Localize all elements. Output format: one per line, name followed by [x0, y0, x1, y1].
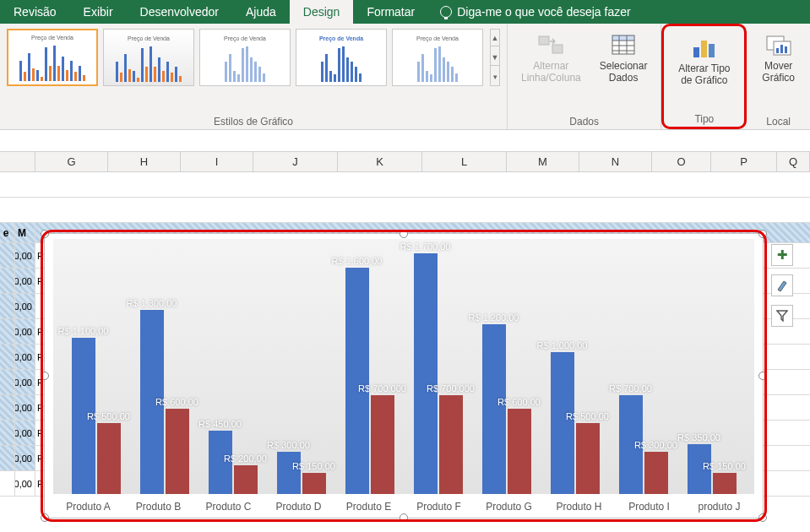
tab-exibir[interactable]: Exibir: [70, 0, 127, 24]
chart-style-3[interactable]: Preço de Venda: [199, 29, 291, 86]
col-header[interactable]: J: [253, 152, 338, 171]
bar-series2[interactable]: R$ 700,000: [371, 395, 394, 494]
bar-series1[interactable]: R$ 1.000,00: [551, 352, 574, 494]
tab-ajuda[interactable]: Ajuda: [232, 0, 290, 24]
col-header[interactable]: H: [108, 152, 181, 171]
column-headers: G H I J K L M N O P Q: [0, 152, 810, 172]
x-tick-label: Produto F: [404, 501, 474, 513]
x-tick-label: Produto C: [193, 501, 264, 513]
bar-series2[interactable]: R$ 150,00: [302, 473, 326, 494]
select-data-button[interactable]: Selecionar Dados: [593, 29, 655, 87]
bar-series2[interactable]: R$ 500,00: [576, 423, 600, 494]
col-header[interactable]: [0, 152, 35, 171]
tab-design[interactable]: Design: [290, 0, 354, 24]
worksheet[interactable]: e M 0,00R$0,00R$0,000,00R$0,00R$0,00R$0,…: [0, 172, 810, 532]
bar-series2[interactable]: R$ 700,000: [439, 395, 463, 494]
svg-rect-1: [552, 45, 563, 53]
select-data-icon: [609, 32, 638, 57]
col-header[interactable]: N: [579, 152, 652, 171]
formula-bar[interactable]: [0, 130, 810, 152]
bar-series1[interactable]: R$ 300,00: [277, 452, 301, 494]
ribbon: Preço de Venda Preço de Venda: [0, 24, 810, 130]
chart-style-1[interactable]: Preço de Venda: [7, 29, 98, 86]
svg-rect-16: [785, 46, 787, 53]
chart-filter-button[interactable]: [771, 305, 793, 327]
chart-styles-button[interactable]: [771, 274, 793, 296]
x-tick-label: Produto A: [53, 501, 123, 513]
svg-rect-9: [693, 47, 699, 57]
style-gallery-scroll[interactable]: ▲▼▾: [490, 29, 500, 86]
chart-style-2[interactable]: Preço de Venda: [103, 29, 194, 86]
col-header[interactable]: Q: [777, 152, 810, 171]
change-chart-type-button[interactable]: Alterar Tipo de Gráfico: [671, 31, 737, 90]
ribbon-tabs: Revisão Exibir Desenvolvedor Ajuda Desig…: [0, 0, 810, 24]
chart-style-4[interactable]: Preço de Venda: [296, 29, 387, 86]
plot-area[interactable]: R$ 1.100,00R$ 500,00R$ 1.300,00R$ 600,00…: [53, 239, 754, 494]
svg-rect-0: [539, 36, 549, 45]
bar-series2[interactable]: R$ 500,00: [97, 423, 121, 494]
svg-rect-11: [709, 44, 715, 57]
svg-rect-14: [776, 48, 779, 53]
col-header[interactable]: P: [711, 152, 777, 171]
bar-series1[interactable]: R$ 1.600,00: [345, 268, 369, 494]
switch-row-col-button: Alternar Linha/Coluna: [514, 29, 588, 87]
tell-me-search[interactable]: Diga-me o que você deseja fazer: [428, 0, 630, 24]
bar-series1[interactable]: R$ 1.700,00: [414, 253, 438, 494]
bar-series2[interactable]: R$ 600,00: [508, 409, 531, 494]
bulb-icon: [440, 6, 452, 18]
tell-me-label: Diga-me o que você deseja fazer: [457, 5, 630, 19]
x-tick-label: produto J: [684, 501, 754, 513]
bar-series2[interactable]: R$ 600,00: [166, 409, 189, 494]
col-header[interactable]: O: [652, 152, 711, 171]
tab-revisao[interactable]: Revisão: [0, 0, 70, 24]
x-tick-label: Produto I: [614, 501, 684, 513]
bar-series2[interactable]: R$ 300,00: [644, 452, 668, 494]
x-tick-label: Produto B: [123, 501, 193, 513]
x-tick-label: Produto G: [474, 501, 544, 513]
col-header[interactable]: G: [35, 152, 108, 171]
chart-type-icon: [690, 35, 719, 60]
col-header[interactable]: L: [422, 152, 507, 171]
svg-rect-15: [780, 45, 783, 53]
col-header[interactable]: I: [181, 152, 253, 171]
bar-series2[interactable]: R$ 150,00: [713, 473, 737, 494]
group-label-styles: Estilos de Gráfico: [7, 114, 500, 128]
bar-series1[interactable]: R$ 1.200,00: [482, 324, 506, 494]
move-chart-button[interactable]: Mover Gráfico: [753, 29, 803, 87]
group-label-dados: Dados: [514, 114, 654, 128]
svg-rect-10: [701, 41, 707, 57]
col-header[interactable]: K: [338, 152, 422, 171]
chart-type-group: Alterar Tipo de Gráfico Tipo: [661, 24, 747, 129]
move-chart-icon: [764, 32, 793, 57]
tab-formatar[interactable]: Formatar: [353, 0, 428, 24]
col-header[interactable]: M: [507, 152, 579, 171]
svg-rect-8: [612, 35, 634, 41]
chart-object[interactable]: R$ 1.100,00R$ 500,00R$ 1.300,00R$ 600,00…: [44, 233, 764, 518]
tab-desenvolvedor[interactable]: Desenvolvedor: [127, 0, 232, 24]
x-tick-label: Produto E: [334, 501, 404, 513]
group-label-local: Local: [753, 114, 803, 128]
x-tick-label: Produto D: [264, 501, 334, 513]
chart-elements-button[interactable]: ✚: [771, 244, 793, 266]
x-axis: Produto AProduto BProduto CProduto DProd…: [53, 501, 754, 513]
x-tick-label: Produto H: [544, 501, 614, 513]
group-label-tipo: Tipo: [671, 111, 737, 125]
chart-style-5[interactable]: Preço de Venda: [392, 29, 483, 86]
switch-icon: [536, 32, 565, 57]
bar-series2[interactable]: R$ 200,00: [234, 465, 258, 494]
